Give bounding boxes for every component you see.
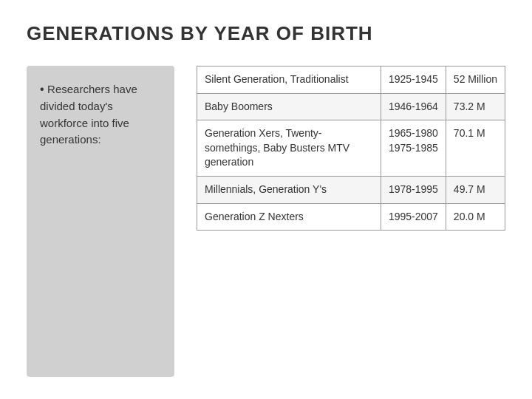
year-range: 1946-1964 — [381, 93, 446, 120]
table-row: Baby Boomers1946-196473.2 M — [197, 93, 505, 120]
table-row: Millennials, Generation Y's1978-199549.7… — [197, 176, 505, 203]
population: 52 Million — [446, 66, 505, 94]
bullet-text: Researchers have divided today's workfor… — [40, 81, 161, 149]
population: 73.2 M — [446, 93, 505, 120]
left-panel: Researchers have divided today's workfor… — [27, 66, 174, 377]
population: 70.1 M — [446, 120, 505, 177]
page-title: GENERATIONS BY YEAR OF BIRTH — [27, 22, 505, 45]
slide: GENERATIONS BY YEAR OF BIRTH Researchers… — [0, 0, 532, 399]
table-row: Generation Xers, Twenty-somethings, Baby… — [197, 120, 505, 177]
table-row: Silent Generation, Traditionalist1925-19… — [197, 66, 505, 94]
generation-name: Silent Generation, Traditionalist — [197, 66, 381, 94]
generation-name: Generation Z Nexters — [197, 203, 381, 231]
generation-name: Baby Boomers — [197, 93, 381, 120]
generations-table: Silent Generation, Traditionalist1925-19… — [197, 66, 505, 231]
year-range: 1995-2007 — [381, 203, 446, 231]
year-range: 1978-1995 — [381, 176, 446, 203]
year-range: 1925-1945 — [381, 66, 446, 94]
content-row: Researchers have divided today's workfor… — [27, 66, 505, 377]
generation-name: Millennials, Generation Y's — [197, 176, 381, 203]
right-panel: Silent Generation, Traditionalist1925-19… — [197, 66, 505, 377]
population: 49.7 M — [446, 176, 505, 203]
table-row: Generation Z Nexters1995-200720.0 M — [197, 203, 505, 231]
generation-name: Generation Xers, Twenty-somethings, Baby… — [197, 120, 381, 177]
year-range: 1965-19801975-1985 — [381, 120, 446, 177]
population: 20.0 M — [446, 203, 505, 231]
